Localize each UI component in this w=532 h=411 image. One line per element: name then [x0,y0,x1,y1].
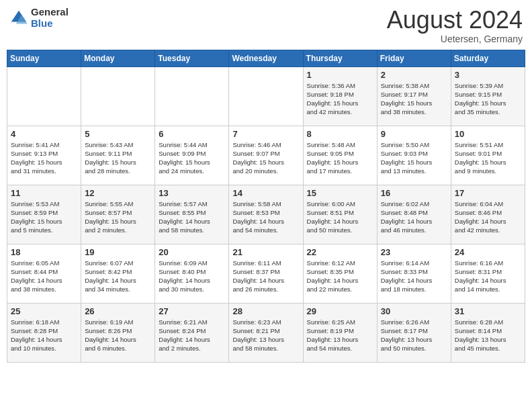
day-number: 24 [455,247,521,257]
day-number: 6 [159,129,225,139]
day-number: 10 [455,129,521,139]
logo-icon [9,9,28,28]
header-day-sunday: Sunday [7,50,81,66]
day-number: 19 [85,247,151,257]
day-number: 22 [307,247,373,257]
calendar-cell: 12Sunrise: 5:55 AM Sunset: 8:57 PM Dayli… [81,185,155,244]
calendar-cell: 22Sunrise: 6:12 AM Sunset: 8:35 PM Dayli… [303,244,377,303]
day-number: 17 [455,188,521,198]
calendar-cell: 21Sunrise: 6:11 AM Sunset: 8:37 PM Dayli… [229,244,303,303]
calendar-header: SundayMondayTuesdayWednesdayThursdayFrid… [7,50,525,66]
calendar-cell: 28Sunrise: 6:23 AM Sunset: 8:21 PM Dayli… [229,303,303,362]
day-number: 29 [307,306,373,316]
header-day-friday: Friday [377,50,451,66]
calendar-cell: 14Sunrise: 5:58 AM Sunset: 8:53 PM Dayli… [229,185,303,244]
day-info: Sunrise: 5:44 AM Sunset: 9:09 PM Dayligh… [159,140,225,176]
day-number: 8 [307,129,373,139]
day-info: Sunrise: 6:12 AM Sunset: 8:35 PM Dayligh… [307,259,373,294]
day-number: 27 [159,306,225,316]
week-row-1: 4Sunrise: 5:41 AM Sunset: 9:13 PM Daylig… [7,126,525,185]
calendar-cell: 19Sunrise: 6:07 AM Sunset: 8:42 PM Dayli… [81,244,155,303]
day-info: Sunrise: 5:51 AM Sunset: 9:01 PM Dayligh… [455,140,521,176]
day-number: 15 [307,188,373,198]
day-number: 26 [85,306,151,316]
calendar-body: 1Sunrise: 5:36 AM Sunset: 9:18 PM Daylig… [7,66,525,362]
day-number: 5 [85,129,151,139]
day-number: 16 [381,188,447,198]
header-day-wednesday: Wednesday [229,50,303,66]
calendar-cell [81,66,155,126]
logo-general-text: General [31,7,69,18]
calendar-cell: 11Sunrise: 5:53 AM Sunset: 8:59 PM Dayli… [7,185,81,244]
calendar-cell [7,66,81,126]
day-info: Sunrise: 6:14 AM Sunset: 8:33 PM Dayligh… [381,259,447,294]
day-info: Sunrise: 5:38 AM Sunset: 9:17 PM Dayligh… [381,81,447,117]
calendar-cell: 7Sunrise: 5:46 AM Sunset: 9:07 PM Daylig… [229,126,303,185]
day-info: Sunrise: 5:36 AM Sunset: 9:18 PM Dayligh… [307,81,373,117]
logo-blue-text: Blue [31,18,69,30]
calendar-cell: 6Sunrise: 5:44 AM Sunset: 9:09 PM Daylig… [155,126,229,185]
header-day-tuesday: Tuesday [155,50,229,66]
page-header: General Blue August 2024 Uetersen, Germa… [7,7,525,44]
day-info: Sunrise: 6:18 AM Sunset: 8:28 PM Dayligh… [11,318,77,353]
day-info: Sunrise: 5:53 AM Sunset: 8:59 PM Dayligh… [11,199,77,235]
day-info: Sunrise: 6:11 AM Sunset: 8:37 PM Dayligh… [232,259,299,294]
calendar-cell: 1Sunrise: 5:36 AM Sunset: 9:18 PM Daylig… [303,66,377,126]
day-number: 4 [11,129,77,139]
day-number: 7 [232,129,299,139]
day-number: 9 [381,129,447,139]
day-number: 11 [11,188,77,198]
calendar-table: SundayMondayTuesdayWednesdayThursdayFrid… [7,50,525,363]
calendar-cell [155,66,229,126]
week-row-4: 25Sunrise: 6:18 AM Sunset: 8:28 PM Dayli… [7,303,525,362]
calendar-cell: 26Sunrise: 6:19 AM Sunset: 8:26 PM Dayli… [81,303,155,362]
calendar-cell: 13Sunrise: 5:57 AM Sunset: 8:55 PM Dayli… [155,185,229,244]
day-info: Sunrise: 5:43 AM Sunset: 9:11 PM Dayligh… [85,140,151,176]
calendar-cell: 8Sunrise: 5:48 AM Sunset: 9:05 PM Daylig… [303,126,377,185]
day-number: 2 [381,70,447,80]
day-info: Sunrise: 5:39 AM Sunset: 9:15 PM Dayligh… [455,81,521,117]
day-info: Sunrise: 6:04 AM Sunset: 8:46 PM Dayligh… [455,199,521,235]
calendar-cell: 23Sunrise: 6:14 AM Sunset: 8:33 PM Dayli… [377,244,451,303]
calendar-cell: 4Sunrise: 5:41 AM Sunset: 9:13 PM Daylig… [7,126,81,185]
day-number: 31 [455,306,521,316]
day-number: 23 [381,247,447,257]
calendar-cell: 5Sunrise: 5:43 AM Sunset: 9:11 PM Daylig… [81,126,155,185]
calendar-cell: 17Sunrise: 6:04 AM Sunset: 8:46 PM Dayli… [451,185,525,244]
day-info: Sunrise: 5:57 AM Sunset: 8:55 PM Dayligh… [159,199,225,235]
day-info: Sunrise: 6:19 AM Sunset: 8:26 PM Dayligh… [85,318,151,353]
header-day-thursday: Thursday [303,50,377,66]
calendar-cell: 30Sunrise: 6:26 AM Sunset: 8:17 PM Dayli… [377,303,451,362]
day-info: Sunrise: 5:55 AM Sunset: 8:57 PM Dayligh… [85,199,151,235]
day-info: Sunrise: 6:02 AM Sunset: 8:48 PM Dayligh… [381,199,447,235]
day-info: Sunrise: 5:48 AM Sunset: 9:05 PM Dayligh… [307,140,373,176]
day-number: 14 [232,188,299,198]
day-info: Sunrise: 6:28 AM Sunset: 8:14 PM Dayligh… [455,318,521,353]
day-info: Sunrise: 5:41 AM Sunset: 9:13 PM Dayligh… [11,140,77,176]
day-number: 1 [307,70,373,80]
day-number: 18 [11,247,77,257]
day-info: Sunrise: 5:50 AM Sunset: 9:03 PM Dayligh… [381,140,447,176]
calendar-cell: 2Sunrise: 5:38 AM Sunset: 9:17 PM Daylig… [377,66,451,126]
calendar-cell: 9Sunrise: 5:50 AM Sunset: 9:03 PM Daylig… [377,126,451,185]
week-row-2: 11Sunrise: 5:53 AM Sunset: 8:59 PM Dayli… [7,185,525,244]
day-number: 3 [455,70,521,80]
calendar-cell: 16Sunrise: 6:02 AM Sunset: 8:48 PM Dayli… [377,185,451,244]
day-info: Sunrise: 6:05 AM Sunset: 8:44 PM Dayligh… [11,259,77,294]
calendar-cell: 3Sunrise: 5:39 AM Sunset: 9:15 PM Daylig… [451,66,525,126]
title-block: August 2024 Uetersen, Germany [387,7,523,44]
day-number: 13 [159,188,225,198]
calendar-cell: 20Sunrise: 6:09 AM Sunset: 8:40 PM Dayli… [155,244,229,303]
header-row: SundayMondayTuesdayWednesdayThursdayFrid… [7,50,525,66]
day-info: Sunrise: 5:46 AM Sunset: 9:07 PM Dayligh… [232,140,299,176]
day-info: Sunrise: 6:21 AM Sunset: 8:24 PM Dayligh… [159,318,225,353]
calendar-cell: 24Sunrise: 6:16 AM Sunset: 8:31 PM Dayli… [451,244,525,303]
day-info: Sunrise: 6:23 AM Sunset: 8:21 PM Dayligh… [232,318,299,353]
week-row-3: 18Sunrise: 6:05 AM Sunset: 8:44 PM Dayli… [7,244,525,303]
day-info: Sunrise: 6:07 AM Sunset: 8:42 PM Dayligh… [85,259,151,294]
calendar-cell: 27Sunrise: 6:21 AM Sunset: 8:24 PM Dayli… [155,303,229,362]
day-info: Sunrise: 6:26 AM Sunset: 8:17 PM Dayligh… [381,318,447,353]
header-day-monday: Monday [81,50,155,66]
day-number: 28 [232,306,299,316]
calendar-cell: 10Sunrise: 5:51 AM Sunset: 9:01 PM Dayli… [451,126,525,185]
